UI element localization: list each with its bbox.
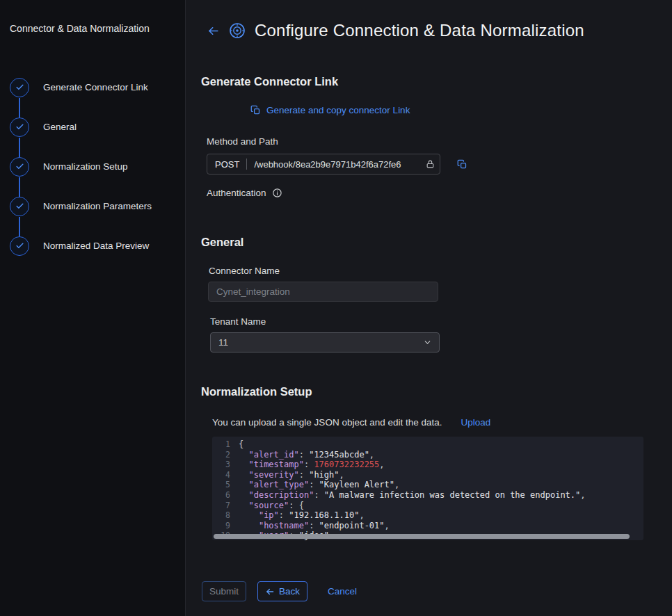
step-completed-check-icon [10, 78, 29, 97]
code-line: 4 "severity": "high", [212, 470, 643, 480]
stepper-step-generate-connector-link[interactable]: Generate Connector Link [0, 67, 185, 107]
cancel-button[interactable]: Cancel [324, 581, 360, 601]
method-path-row: POST /webhook/8ea2b9e7971b42f6a72fe6 [207, 154, 467, 175]
product-logo-icon [229, 22, 246, 39]
connector-name-label: Connector Name [209, 266, 280, 276]
step-completed-check-icon [10, 157, 29, 177]
stepper-step-normalization-parameters[interactable]: Normalization Parameters [0, 186, 185, 226]
step-completed-check-icon [10, 236, 29, 256]
code-line: 2 "alert_id": "12345abcde", [212, 450, 643, 460]
webhook-path: /webhook/8ea2b9e7971b42f6a72fe6 [254, 159, 401, 170]
main-content: Configure Connection & Data Normalizatio… [186, 0, 672, 616]
tenant-name-select[interactable]: 11 [210, 332, 440, 352]
sidebar-title: Connector & Data Normalization [10, 23, 180, 34]
step-label: General [43, 122, 77, 132]
editor-scrollbar-thumb[interactable] [214, 534, 630, 539]
step-completed-check-icon [10, 117, 29, 137]
tenant-name-label: Tenant Name [210, 316, 266, 327]
step-completed-check-icon [10, 197, 29, 216]
footer-actions: Submit Back Cancel [186, 581, 672, 602]
sidebar: Connector & Data Normalization Generate … [0, 0, 186, 616]
code-line: 5 "alert_type": "Kayleen Alert", [212, 480, 643, 490]
generate-connector-link-button[interactable]: Generate and copy connector Link [250, 105, 410, 115]
back-arrow-icon[interactable] [207, 24, 220, 38]
code-line: 8 "ip": "192.168.1.10", [212, 510, 643, 521]
json-editor-lines: 1{2 "alert_id": "12345abcde",3 "timestam… [212, 437, 643, 540]
app-window: Connector & Data Normalization Generate … [0, 0, 672, 616]
chevron-down-icon [423, 338, 432, 347]
step-label: Normalization Setup [43, 161, 128, 172]
back-button-arrow-icon [265, 587, 275, 597]
tenant-name-value: 11 [218, 337, 228, 348]
back-button-label: Back [279, 586, 300, 597]
code-line: 7 "source": { [212, 501, 643, 511]
editor-horizontal-scrollbar [214, 534, 642, 540]
stepper-step-general[interactable]: General [0, 107, 185, 147]
json-editor[interactable]: 1{2 "alert_id": "12345abcde",3 "timestam… [212, 437, 643, 540]
section-heading-generate-connector-link: Generate Connector Link [201, 75, 338, 88]
back-button[interactable]: Back [257, 581, 307, 601]
upload-hint-row: You can upload a single JSON object and … [212, 417, 490, 428]
authentication-row: Authentication [207, 188, 282, 198]
lock-icon [426, 160, 435, 169]
submit-button[interactable]: Submit [202, 581, 246, 601]
connector-name-input[interactable] [208, 282, 438, 302]
code-line: 6 "description": "A malware infection wa… [212, 490, 643, 501]
method-path-label: Method and Path [207, 136, 278, 147]
code-line: 9 "hostname": "endpoint-01", [212, 521, 643, 531]
copy-icon [250, 105, 261, 115]
stepper-step-normalization-setup[interactable]: Normalization Setup [0, 147, 185, 186]
field-divider [246, 159, 247, 170]
upload-hint-text: You can upload a single JSON object and … [212, 417, 442, 428]
code-line: 1{ [212, 439, 643, 450]
info-icon[interactable] [272, 188, 282, 198]
generate-connector-link-label: Generate and copy connector Link [266, 105, 410, 115]
step-label: Normalized Data Preview [43, 241, 149, 251]
authentication-label: Authentication [207, 188, 266, 198]
step-label: Generate Connector Link [43, 82, 148, 92]
code-line: 3 "timestamp": 1760732232255, [212, 460, 643, 470]
section-heading-general: General [201, 236, 243, 249]
copy-path-icon[interactable] [457, 159, 467, 170]
http-method: POST [215, 159, 239, 170]
method-path-field[interactable]: POST /webhook/8ea2b9e7971b42f6a72fe6 [207, 154, 440, 175]
upload-link[interactable]: Upload [461, 417, 491, 428]
stepper-step-normalized-data-preview[interactable]: Normalized Data Preview [0, 226, 185, 266]
page-header: Configure Connection & Data Normalizatio… [207, 21, 584, 40]
section-heading-normalization-setup: Normalization Setup [201, 385, 312, 398]
step-label: Normalization Parameters [43, 201, 152, 211]
page-title: Configure Connection & Data Normalizatio… [255, 21, 584, 40]
stepper: Generate Connector Link General Normaliz… [0, 67, 185, 266]
